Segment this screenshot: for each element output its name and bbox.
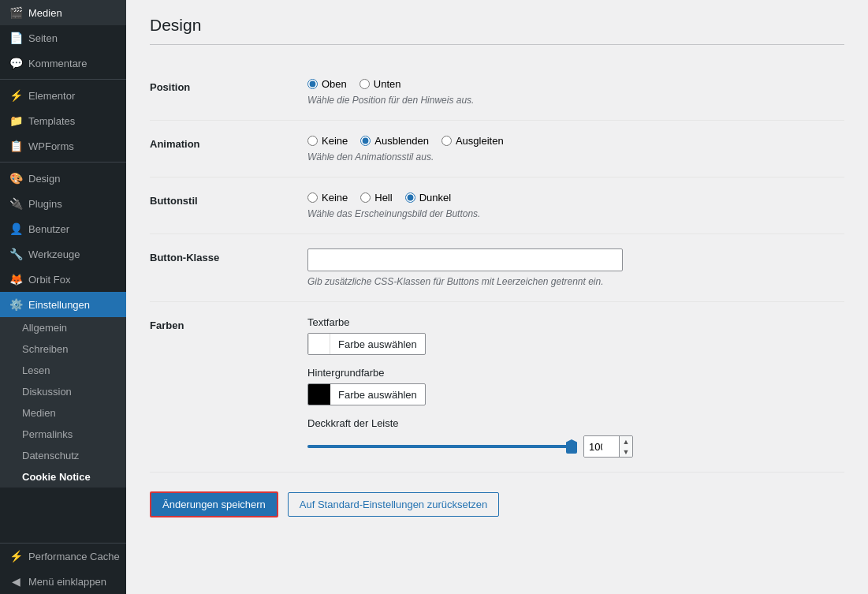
slider-thumb[interactable] xyxy=(566,439,577,454)
sidebar-item-label: Werkzeuge xyxy=(28,248,80,260)
templates-icon: 📁 xyxy=(9,114,22,127)
design-form: Position Oben Unten Wähle die Position f… xyxy=(150,64,844,527)
sidebar-item-templates[interactable]: 📁 Templates xyxy=(0,108,126,133)
buttonstil-keine-radio[interactable] xyxy=(307,192,318,203)
kommentare-icon: 💬 xyxy=(9,57,22,69)
sidebar-item-kommentare[interactable]: 💬 Kommentare xyxy=(0,50,126,76)
textfarbe-swatch xyxy=(308,333,330,355)
position-control: Oben Unten Wähle die Position für den Hi… xyxy=(307,78,844,106)
animation-ausblenden-option[interactable]: Ausblenden xyxy=(360,135,429,147)
spinner-up-button[interactable]: ▲ xyxy=(620,436,632,446)
orbit-fox-icon: 🦊 xyxy=(9,273,22,286)
sidebar-item-elementor[interactable]: ⚡ Elementor xyxy=(0,83,126,108)
animation-label: Animation xyxy=(150,135,307,150)
animation-keine-option[interactable]: Keine xyxy=(307,135,348,147)
medien-icon: 🎬 xyxy=(9,6,22,19)
position-oben-radio[interactable] xyxy=(307,79,318,89)
buttonstil-control: Keine Hell Dunkel Wähle das Erscheinungs… xyxy=(307,192,844,219)
collapse-icon: ◀ xyxy=(9,575,22,588)
opacity-input[interactable] xyxy=(584,436,619,457)
sidebar-item-label: Plugins xyxy=(28,198,62,210)
position-oben-label: Oben xyxy=(322,78,347,90)
reset-button[interactable]: Auf Standard-Einstellungen zurücksetzen xyxy=(288,492,499,517)
farben-row: Farben Textfarbe Farbe auswählen Hinterg… xyxy=(150,302,844,473)
sidebar-item-medien[interactable]: 🎬 Medien xyxy=(0,0,126,25)
sidebar-item-seiten[interactable]: 📄 Seiten xyxy=(0,25,126,50)
animation-ausblenden-radio[interactable] xyxy=(360,136,371,146)
animation-ausgleiten-option[interactable]: Ausgleiten xyxy=(441,135,504,147)
submenu-datenschutz[interactable]: Datenschutz xyxy=(0,445,126,466)
wpforms-icon: 📋 xyxy=(9,140,22,152)
submenu-diskussion[interactable]: Diskussion xyxy=(0,381,126,402)
sidebar-item-performance-cache[interactable]: ⚡ Performance Cache xyxy=(0,544,126,569)
hintergrundfarbe-button[interactable]: Farbe auswählen xyxy=(307,383,426,405)
sidebar-item-label: Seiten xyxy=(28,32,58,44)
hintergrundfarbe-btn-label: Farbe auswählen xyxy=(330,389,425,401)
buttonstil-dunkel-option[interactable]: Dunkel xyxy=(405,192,451,204)
position-unten-option[interactable]: Unten xyxy=(359,78,401,90)
sidebar-divider-2 xyxy=(0,162,126,163)
sidebar-item-label: Benutzer xyxy=(28,223,69,235)
textfarbe-button[interactable]: Farbe auswählen xyxy=(307,333,426,355)
buttonstil-row: Buttonstil Keine Hell Dunkel xyxy=(150,177,844,234)
spinner-down-button[interactable]: ▼ xyxy=(620,446,632,457)
submenu-permalinks[interactable]: Permalinks xyxy=(0,424,126,445)
textfarbe-field: Textfarbe Farbe auswählen xyxy=(307,316,844,357)
sidebar-item-plugins[interactable]: 🔌 Plugins xyxy=(0,191,126,216)
sidebar-item-label: Menü einklappen xyxy=(28,576,106,588)
button-klasse-row: Button-Klasse Gib zusätzliche CSS-Klasse… xyxy=(150,234,844,302)
submenu-schreiben[interactable]: Schreiben xyxy=(0,338,126,360)
sidebar-item-label: Design xyxy=(28,173,60,185)
position-unten-radio[interactable] xyxy=(359,79,370,89)
slider-track xyxy=(307,445,576,448)
sidebar-item-benutzer[interactable]: 👤 Benutzer xyxy=(0,216,126,241)
farben-label: Farben xyxy=(150,316,307,331)
sidebar-divider-1 xyxy=(0,79,126,80)
position-oben-option[interactable]: Oben xyxy=(307,78,347,90)
textfarbe-btn-label: Farbe auswählen xyxy=(330,338,425,350)
sidebar-item-orbit-fox[interactable]: 🦊 Orbit Fox xyxy=(0,267,126,292)
sidebar-item-einstellungen[interactable]: ⚙️ Einstellungen xyxy=(0,292,126,317)
benutzer-icon: 👤 xyxy=(9,222,22,235)
sidebar-item-label: Performance Cache xyxy=(28,551,120,562)
buttonstil-hell-label: Hell xyxy=(374,192,392,204)
buttonstil-hint: Wähle das Erscheinungsbild der Buttons. xyxy=(307,208,844,219)
position-row: Position Oben Unten Wähle die Position f… xyxy=(150,64,844,121)
button-klasse-input[interactable] xyxy=(307,248,623,271)
animation-hint: Wähle den Animationsstil aus. xyxy=(307,151,844,163)
button-klasse-label: Button-Klasse xyxy=(150,248,307,263)
farben-control: Textfarbe Farbe auswählen Hintergrundfar… xyxy=(307,316,844,458)
submenu-medien[interactable]: Medien xyxy=(0,402,126,424)
opacity-input-wrapper: ▲ ▼ xyxy=(583,435,633,458)
buttonstil-radio-group: Keine Hell Dunkel xyxy=(307,192,844,204)
sidebar-item-label: WPForms xyxy=(28,140,74,152)
settings-submenu: Allgemein Schreiben Lesen Diskussion Med… xyxy=(0,317,126,488)
buttonstil-dunkel-radio[interactable] xyxy=(405,192,415,203)
form-footer: Änderungen speichern Auf Standard-Einste… xyxy=(150,473,844,527)
sidebar-item-wpforms[interactable]: 📋 WPForms xyxy=(0,133,126,159)
animation-keine-label: Keine xyxy=(322,135,348,147)
submenu-allgemein[interactable]: Allgemein xyxy=(0,317,126,338)
sidebar-item-design[interactable]: 🎨 Design xyxy=(0,166,126,191)
position-hint: Wähle die Position für den Hinweis aus. xyxy=(307,95,844,106)
sidebar-item-werkzeuge[interactable]: 🔧 Werkzeuge xyxy=(0,241,126,267)
sidebar: 🎬 Medien 📄 Seiten 💬 Kommentare ⚡ Element… xyxy=(0,0,126,594)
submenu-lesen[interactable]: Lesen xyxy=(0,360,126,381)
save-button[interactable]: Änderungen speichern xyxy=(150,491,278,517)
sidebar-item-menu-einklappen[interactable]: ◀ Menü einklappen xyxy=(0,569,126,594)
buttonstil-label: Buttonstil xyxy=(150,192,307,207)
elementor-icon: ⚡ xyxy=(9,89,22,102)
buttonstil-hell-radio[interactable] xyxy=(360,192,371,203)
submenu-cookie-notice[interactable]: Cookie Notice xyxy=(0,466,126,488)
animation-row: Animation Keine Ausblenden Ausgleiten xyxy=(150,121,844,177)
button-klasse-control: Gib zusätzliche CSS-Klassen für Buttons … xyxy=(307,248,844,287)
animation-keine-radio[interactable] xyxy=(307,136,318,146)
buttonstil-keine-option[interactable]: Keine xyxy=(307,192,348,204)
position-unten-label: Unten xyxy=(374,78,401,90)
slider-row: ▲ ▼ xyxy=(307,435,844,458)
sidebar-item-label: Einstellungen xyxy=(28,299,90,311)
performance-cache-icon: ⚡ xyxy=(9,550,22,562)
position-radio-group: Oben Unten xyxy=(307,78,844,90)
buttonstil-hell-option[interactable]: Hell xyxy=(360,192,392,204)
animation-ausgleiten-radio[interactable] xyxy=(441,136,452,146)
